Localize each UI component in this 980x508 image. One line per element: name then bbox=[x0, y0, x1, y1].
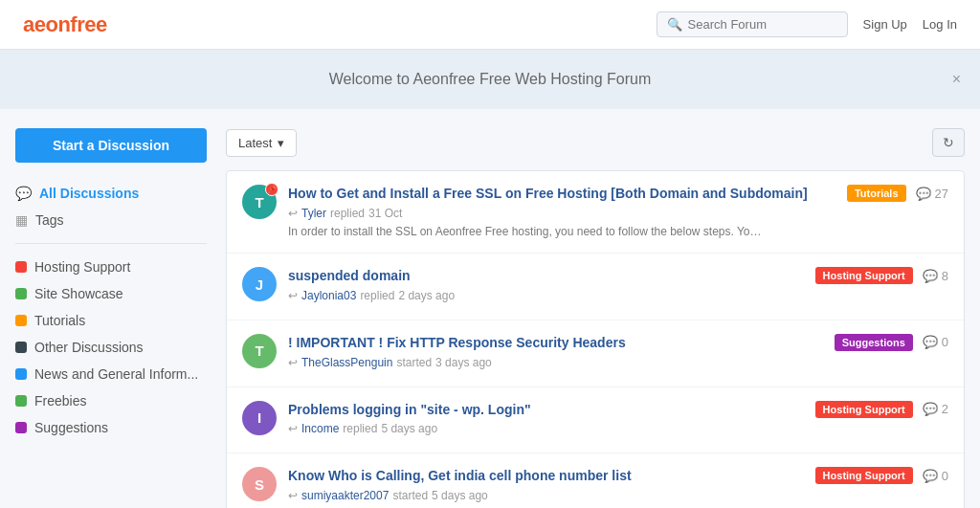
logo: aeonfree bbox=[23, 12, 107, 37]
category-label: News and General Inform... bbox=[34, 366, 198, 382]
start-discussion-button[interactable]: Start a Discussion bbox=[15, 128, 207, 163]
sidebar-item-freebies[interactable]: Freebies bbox=[15, 387, 207, 414]
discussion-right: Suggestions 💬 0 bbox=[835, 334, 948, 351]
content: Latest ▾ ↻ T 📌 How to Get and Install a … bbox=[226, 128, 965, 508]
comment-count: 💬 0 bbox=[923, 469, 948, 483]
freebies-dot bbox=[15, 395, 27, 407]
discussion-right: Tutorials 💬 27 bbox=[847, 185, 948, 202]
welcome-banner: Welcome to Aeonfree Free Web Hosting For… bbox=[0, 50, 980, 109]
search-icon: 🔍 bbox=[667, 17, 682, 32]
count-number: 2 bbox=[942, 402, 948, 416]
hosting-support-dot bbox=[15, 261, 27, 273]
sidebar-item-suggestions[interactable]: Suggestions bbox=[15, 414, 207, 441]
news-dot bbox=[15, 368, 27, 380]
header-right: 🔍 Sign Up Log In bbox=[657, 11, 957, 37]
category-label: Hosting Support bbox=[34, 259, 130, 275]
tag-badge[interactable]: Hosting Support bbox=[815, 401, 913, 418]
action-text: started bbox=[396, 356, 432, 369]
search-bar[interactable]: 🔍 bbox=[657, 11, 848, 37]
latest-filter-button[interactable]: Latest ▾ bbox=[226, 129, 297, 157]
content-toolbar: Latest ▾ ↻ bbox=[226, 128, 965, 157]
close-banner-button[interactable]: × bbox=[952, 71, 961, 88]
avatar: S bbox=[242, 467, 277, 501]
signup-link[interactable]: Sign Up bbox=[863, 17, 907, 32]
search-input[interactable] bbox=[688, 17, 837, 32]
grid-icon: ▦ bbox=[15, 212, 28, 228]
action-text: started bbox=[392, 489, 428, 502]
sidebar-item-hosting-support[interactable]: Hosting Support bbox=[15, 254, 207, 280]
discussion-body: Know Who is Calling, Get india cell phon… bbox=[288, 467, 804, 506]
count-number: 8 bbox=[942, 269, 948, 283]
comment-count: 💬 2 bbox=[923, 402, 948, 416]
username[interactable]: Income bbox=[301, 422, 339, 435]
tag-badge[interactable]: Tutorials bbox=[847, 185, 906, 202]
username[interactable]: TheGlassPenguin bbox=[301, 356, 392, 369]
discussion-item: T 📌 How to Get and Install a Free SSL on… bbox=[227, 171, 964, 254]
discussion-body: ! IMPORTANT ! Fix HTTP Response Security… bbox=[288, 334, 823, 373]
tag-badge[interactable]: Hosting Support bbox=[815, 467, 913, 484]
refresh-button[interactable]: ↻ bbox=[932, 128, 965, 157]
time-text: 31 Oct bbox=[368, 207, 402, 220]
time-text: 5 days ago bbox=[432, 489, 488, 502]
discussion-item: J suspended domain ↩ Jaylonia03 replied … bbox=[227, 254, 964, 320]
discussion-right: Hosting Support 💬 0 bbox=[815, 467, 948, 484]
sidebar-item-label: All Discussions bbox=[39, 186, 139, 201]
other-dot bbox=[15, 342, 27, 353]
time-text: 3 days ago bbox=[435, 356, 492, 369]
sidebar-item-tutorials[interactable]: Tutorials bbox=[15, 307, 207, 334]
tutorials-dot bbox=[15, 315, 27, 326]
tag-badge[interactable]: Hosting Support bbox=[815, 267, 913, 284]
welcome-text: Welcome to Aeonfree Free Web Hosting For… bbox=[329, 71, 651, 87]
discussion-list: T 📌 How to Get and Install a Free SSL on… bbox=[226, 170, 965, 508]
reply-icon-small: ↩ bbox=[288, 207, 298, 220]
count-number: 0 bbox=[942, 469, 948, 483]
avatar-badge: 📌 bbox=[265, 183, 278, 196]
suggestions-dot bbox=[15, 422, 27, 433]
count-number: 0 bbox=[942, 335, 948, 349]
header: aeonfree 🔍 Sign Up Log In bbox=[0, 0, 980, 50]
sidebar-nav: 💬 All Discussions ▦ Tags bbox=[15, 180, 207, 233]
discussion-body: Problems logging in "site - wp. Login" ↩… bbox=[288, 401, 804, 440]
discussion-meta: ↩ Tyler replied 31 Oct bbox=[288, 207, 835, 220]
site-showcase-dot bbox=[15, 288, 27, 299]
tag-badge[interactable]: Suggestions bbox=[835, 334, 913, 351]
sidebar-divider bbox=[15, 243, 207, 244]
discussion-title[interactable]: How to Get and Install a Free SSL on Fre… bbox=[288, 185, 835, 204]
username[interactable]: Tyler bbox=[301, 207, 326, 220]
category-label: Suggestions bbox=[34, 420, 108, 435]
comment-count: 💬 0 bbox=[923, 335, 948, 349]
login-link[interactable]: Log In bbox=[923, 17, 957, 32]
comment-icon: 💬 bbox=[916, 187, 931, 201]
discussion-title[interactable]: suspended domain bbox=[288, 267, 804, 286]
discussion-meta: ↩ TheGlassPenguin started 3 days ago bbox=[288, 356, 823, 369]
sidebar-item-tags[interactable]: ▦ Tags bbox=[15, 207, 207, 233]
chevron-down-icon: ▾ bbox=[278, 136, 284, 150]
sidebar-categories: Hosting Support Site Showcase Tutorials … bbox=[15, 254, 207, 441]
avatar-letter: T bbox=[255, 342, 263, 359]
avatar-letter: T bbox=[255, 194, 263, 210]
discussion-body: suspended domain ↩ Jaylonia03 replied 2 … bbox=[288, 267, 804, 306]
sidebar-item-site-showcase[interactable]: Site Showcase bbox=[15, 280, 207, 307]
avatar-letter: I bbox=[257, 409, 261, 426]
username[interactable]: Jaylonia03 bbox=[301, 289, 356, 302]
sidebar-item-all-discussions[interactable]: 💬 All Discussions bbox=[15, 180, 207, 207]
action-text: replied bbox=[360, 289, 394, 302]
username[interactable]: sumiyaakter2007 bbox=[301, 489, 389, 502]
action-text: replied bbox=[343, 422, 377, 435]
reply-icon-small: ↩ bbox=[288, 289, 298, 302]
discussion-title[interactable]: Problems logging in "site - wp. Login" bbox=[288, 401, 804, 420]
category-label: Freebies bbox=[34, 393, 86, 409]
sidebar-item-news-general[interactable]: News and General Inform... bbox=[15, 361, 207, 387]
avatar: T bbox=[242, 334, 277, 368]
sidebar: Start a Discussion 💬 All Discussions ▦ T… bbox=[15, 128, 207, 508]
discussion-meta: ↩ Jaylonia03 replied 2 days ago bbox=[288, 289, 804, 302]
avatar-letter: S bbox=[255, 476, 264, 493]
discussion-title[interactable]: ! IMPORTANT ! Fix HTTP Response Security… bbox=[288, 334, 823, 353]
sidebar-item-label: Tags bbox=[35, 212, 64, 228]
discussion-title[interactable]: Know Who is Calling, Get india cell phon… bbox=[288, 467, 804, 486]
avatar-letter: J bbox=[256, 276, 263, 293]
comment-icon: 💬 bbox=[923, 269, 938, 283]
sidebar-item-other-discussions[interactable]: Other Discussions bbox=[15, 334, 207, 361]
category-label: Site Showcase bbox=[34, 286, 123, 301]
latest-label: Latest bbox=[238, 136, 272, 150]
